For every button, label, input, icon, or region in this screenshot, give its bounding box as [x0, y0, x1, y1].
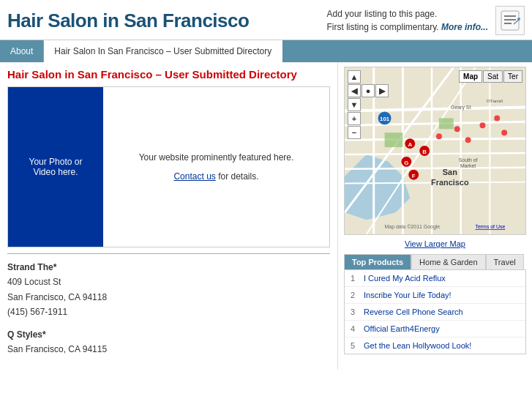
- contact-line: Contact us for details.: [173, 171, 258, 182]
- tab-about[interactable]: About: [0, 40, 44, 62]
- ad-text: Add your listing to this page. First lis…: [327, 7, 488, 34]
- svg-point-33: [454, 126, 460, 132]
- svg-text:B: B: [422, 149, 427, 155]
- tab-home-garden[interactable]: Home & Garden: [411, 254, 485, 269]
- map-center-icon: ●: [361, 84, 375, 97]
- more-info-link[interactable]: More info...: [441, 22, 488, 32]
- product-link[interactable]: Official Earth4Energy: [364, 324, 440, 333]
- right-column: 101 A B G F: [338, 62, 532, 370]
- ad-line1: Add your listing to this page.: [327, 9, 438, 19]
- list-item: 3 Reverse Cell Phone Search: [345, 304, 525, 321]
- products-section: Top Products Home & Garden Travel 1 I Cu…: [344, 254, 526, 354]
- page-title: Hair Salon in San Francisco: [7, 10, 249, 32]
- map-down-icon: ▼: [348, 98, 361, 111]
- tab-top-products[interactable]: Top Products: [344, 254, 411, 269]
- map-left-icon: ◀: [348, 84, 361, 97]
- product-link[interactable]: Reverse Cell Phone Search: [364, 307, 463, 316]
- svg-point-4: [517, 18, 520, 20]
- website-promo-text: Your website prominently featured here.: [139, 152, 294, 163]
- svg-text:O'Farrell: O'Farrell: [486, 99, 503, 103]
- business-address: 409 Locust St: [7, 275, 330, 289]
- list-item: 2 Inscribe Your Life Today!: [345, 287, 525, 304]
- map-image: 101 A B G F: [345, 67, 525, 234]
- svg-text:Geary St: Geary St: [451, 105, 471, 111]
- svg-point-32: [436, 133, 442, 139]
- product-tabs: Top Products Home & Garden Travel: [344, 254, 526, 270]
- svg-text:Terms of Use: Terms of Use: [476, 224, 506, 229]
- business-phone: (415) 567-1911: [7, 305, 330, 319]
- business-listings: Strand The* 409 Locust St San Francisco,…: [7, 253, 330, 357]
- svg-text:Francisco: Francisco: [431, 178, 469, 187]
- map-right-icon: ▶: [375, 84, 389, 97]
- listing-box: Your Photo or Video here. Your website p…: [7, 86, 330, 247]
- svg-rect-0: [501, 11, 519, 30]
- svg-point-35: [479, 122, 485, 128]
- map-type-map[interactable]: Map: [459, 70, 482, 83]
- ad-line2: First listing is complimentary.: [327, 22, 439, 32]
- map-container: 101 A B G F: [344, 67, 526, 235]
- list-item: 1 I Cured My Acid Reflux: [345, 270, 525, 287]
- business-name: Strand The*: [7, 260, 330, 275]
- svg-text:San: San: [443, 168, 457, 176]
- contact-link[interactable]: Contact us: [173, 171, 215, 182]
- list-item: 4 Official Earth4Energy: [345, 321, 525, 338]
- svg-text:G: G: [404, 160, 408, 166]
- photo-placeholder: Your Photo or Video here.: [8, 87, 103, 247]
- list-item: 5 Get the Lean Hollywood Look!: [345, 338, 525, 354]
- list-item: Strand The* 409 Locust St San Francisco,…: [7, 260, 330, 320]
- product-link[interactable]: Inscribe Your Life Today!: [364, 291, 452, 299]
- page-header: Hair Salon in San Francisco Add your lis…: [0, 0, 532, 40]
- map-zoom-out-icon[interactable]: −: [348, 126, 361, 139]
- tab-travel[interactable]: Travel: [486, 254, 524, 269]
- business-city: San Francisco, CA 94115: [7, 342, 330, 357]
- listing-icon: [495, 6, 525, 35]
- header-right: Add your listing to this page. First lis…: [327, 6, 525, 35]
- view-larger-link[interactable]: View Larger Map: [344, 239, 526, 248]
- product-link[interactable]: Get the Lean Hollywood Look!: [364, 341, 471, 350]
- svg-rect-21: [439, 118, 454, 129]
- map-zoom-in-icon[interactable]: +: [348, 112, 361, 125]
- business-city: San Francisco, CA 94118: [7, 290, 330, 305]
- svg-point-37: [501, 130, 507, 135]
- business-name: Q Styles*: [7, 327, 330, 342]
- map-controls: ▲ ◀ ● ▶ ▼ + −: [348, 70, 389, 139]
- directory-title: Hair Salon in San Francisco – User Submi…: [7, 68, 330, 81]
- contact-suffix: for details.: [216, 171, 259, 182]
- left-column: Hair Salon in San Francisco – User Submi…: [0, 62, 338, 370]
- map-nav-icon: ▲: [348, 70, 361, 83]
- map-type-sat[interactable]: Sat: [483, 70, 503, 83]
- svg-point-36: [494, 115, 500, 121]
- svg-point-34: [465, 137, 471, 143]
- product-list: 1 I Cured My Acid Reflux 2 Inscribe Your…: [344, 270, 526, 354]
- listing-content: Your website prominently featured here. …: [103, 87, 329, 247]
- list-item: Q Styles* San Francisco, CA 94115: [7, 327, 330, 357]
- main-content: Hair Salon in San Francisco – User Submi…: [0, 62, 532, 370]
- map-type-ter[interactable]: Ter: [503, 70, 522, 83]
- product-link[interactable]: I Cured My Acid Reflux: [364, 274, 446, 283]
- tab-directory[interactable]: Hair Salon In San Francisco – User Submi…: [44, 40, 282, 62]
- map-type-buttons: Map Sat Ter: [459, 70, 522, 83]
- svg-text:Map data ©2011 Google: Map data ©2011 Google: [385, 224, 441, 230]
- svg-text:Market: Market: [460, 163, 476, 168]
- nav-tabs: About Hair Salon In San Francisco – User…: [0, 40, 532, 62]
- svg-text:South of: South of: [459, 157, 478, 163]
- svg-text:F: F: [412, 173, 416, 179]
- svg-text:A: A: [408, 141, 412, 148]
